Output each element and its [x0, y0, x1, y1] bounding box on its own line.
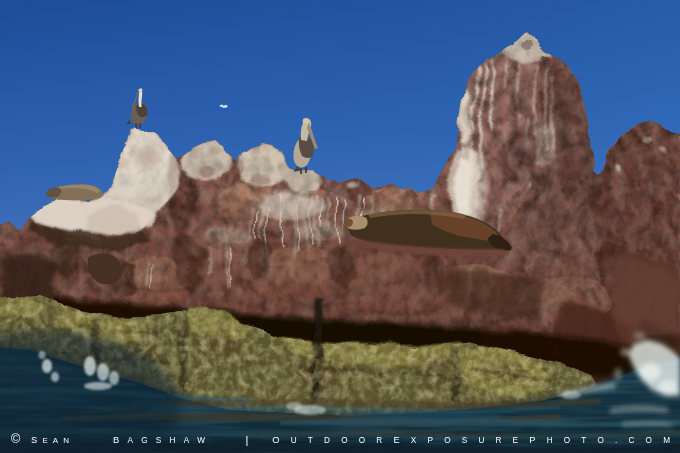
svg-text:BAGSHAW: BAGSHAW: [113, 435, 213, 445]
svg-text:SEAN: SEAN: [31, 435, 74, 445]
svg-text:©: ©: [11, 432, 21, 446]
svg-text:|: |: [246, 434, 249, 446]
svg-text:OUTDOOREXPOSUREPHOTO.COM: OUTDOOREXPOSUREPHOTO.COM: [272, 435, 680, 445]
